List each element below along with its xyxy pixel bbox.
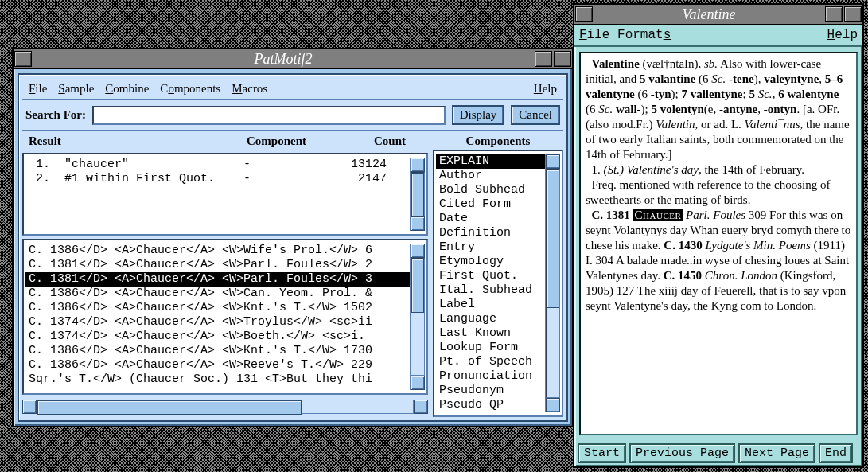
component-item[interactable]: Bold Subhead: [436, 183, 545, 197]
concordance-row[interactable]: C. 1386</D> <A>Chaucer</A> <W>Reeve's T.…: [25, 358, 410, 373]
component-item[interactable]: Etymology: [436, 255, 545, 269]
minimize-button[interactable]: [825, 6, 843, 22]
scroll-up-icon[interactable]: [546, 154, 560, 169]
scroll-thumb[interactable]: [37, 400, 302, 415]
maximize-button[interactable]: [554, 51, 571, 67]
scroll-down-icon[interactable]: [411, 376, 425, 390]
component-item[interactable]: Entry: [436, 240, 545, 255]
concordance-row[interactable]: C. 1381</D> <A>Chaucer</A> <W>Parl. Foul…: [25, 272, 410, 287]
scroll-down-icon[interactable]: [411, 216, 425, 231]
left-column: Result Component Count 1. "chaucer" - 13…: [22, 135, 428, 417]
patmotif-title: PatMotif2: [33, 51, 534, 68]
valentine-title: Valentine: [594, 6, 824, 23]
component-item[interactable]: Cited Form: [436, 197, 545, 212]
scroll-thumb[interactable]: [547, 170, 559, 308]
menu-components[interactable]: Components: [157, 82, 224, 96]
concordance-row[interactable]: C. 1374</D> <A>Chaucer</A> <W>Boeth.</W>…: [25, 330, 410, 344]
menu-combine[interactable]: Combine: [102, 82, 152, 96]
valentine-menubar: File Formats Help: [574, 25, 862, 47]
patmotif-menubar: File Sample Combine Components Macros He…: [22, 78, 563, 100]
window-menu-button[interactable]: [14, 51, 32, 67]
menu-help[interactable]: Help: [827, 28, 858, 42]
menu-file[interactable]: File: [25, 82, 50, 96]
quot-author-highlight: Chaucer: [633, 209, 683, 221]
scroll-up-icon[interactable]: [411, 244, 425, 258]
right-column: Components EXPLAINAuthorBold SubheadCite…: [433, 135, 563, 417]
menu-macros[interactable]: Macros: [228, 82, 271, 96]
concordance-row[interactable]: C. 1386</D> <A>Chaucer</A> <W>Knt.'s T.<…: [25, 301, 410, 315]
scroll-right-icon[interactable]: [414, 400, 428, 414]
part-of-speech: sb.: [704, 57, 718, 70]
next-page-button[interactable]: Next Page: [738, 443, 815, 463]
scroll-track[interactable]: [411, 172, 425, 216]
scroll-up-icon[interactable]: [411, 158, 425, 172]
patmotif-titlebar[interactable]: PatMotif2: [14, 49, 572, 69]
header-component: Component: [247, 135, 342, 148]
menu-help[interactable]: Help: [531, 82, 560, 96]
components-scrollbar[interactable]: [545, 154, 560, 412]
headword: Valentine: [592, 57, 640, 70]
valentine-titlebar[interactable]: Valentine: [574, 5, 862, 25]
component-item[interactable]: Pt. of Speech: [436, 355, 545, 369]
concordance-row[interactable]: C. 1386</D> <A>Chaucer</A> <W>Can. Yeom.…: [25, 287, 410, 301]
valentine-footer: Start Previous Page Next Page End: [574, 440, 862, 466]
previous-page-button[interactable]: Previous Page: [629, 443, 735, 463]
components-header: Components: [433, 135, 563, 150]
valentine-window: Valentine File Formats Help Valentine (v…: [573, 3, 864, 468]
scroll-thumb[interactable]: [411, 259, 424, 313]
component-item[interactable]: Language: [436, 312, 545, 326]
component-item[interactable]: Author: [436, 169, 545, 183]
component-item[interactable]: Last Known: [436, 326, 545, 341]
component-item[interactable]: Lookup Form: [436, 341, 545, 355]
component-item[interactable]: Pseudonym: [436, 384, 545, 398]
component-item[interactable]: Definition: [436, 226, 545, 240]
scroll-track[interactable]: [411, 258, 425, 376]
concordance-hscrollbar[interactable]: [22, 400, 428, 414]
cancel-button[interactable]: Cancel: [511, 105, 560, 125]
entry-content: Valentine (væl†ntaIn), sb. Also with low…: [579, 52, 858, 435]
component-item[interactable]: First Quot.: [436, 269, 545, 283]
component-item[interactable]: Ital. Subhead: [436, 283, 545, 298]
concordance-row[interactable]: C. 1386</D> <A>Chaucer</A> <W>Knt.'s T.<…: [25, 344, 410, 358]
menu-file-label: ile: [35, 82, 47, 95]
result-row[interactable]: 2. #1 within First Quot. - 2147: [25, 172, 410, 186]
concordance-scrollbar[interactable]: [410, 244, 425, 390]
component-item[interactable]: EXPLAIN: [436, 154, 545, 169]
concordance-row[interactable]: C. 1374</D> <A>Chaucer</A> <W>Troylus</W…: [25, 315, 410, 330]
quot-date: C. 1381: [592, 209, 630, 221]
header-count: Count: [342, 135, 425, 148]
component-item[interactable]: Pronunciation: [436, 369, 545, 384]
display-button[interactable]: Display: [452, 105, 505, 125]
component-item[interactable]: Pseudo QP: [436, 398, 545, 412]
search-input[interactable]: [92, 106, 446, 125]
component-item[interactable]: Label: [436, 298, 545, 312]
concordance-row[interactable]: C. 1386</D> <A>Chaucer</A> <W>Wife's Pro…: [25, 244, 410, 258]
concordance-list[interactable]: C. 1386</D> <A>Chaucer</A> <W>Wife's Pro…: [22, 239, 428, 395]
component-item[interactable]: Date: [436, 212, 545, 226]
results-header: Result Component Count: [22, 135, 428, 150]
window-menu-button[interactable]: [575, 6, 593, 22]
components-list[interactable]: EXPLAINAuthorBold SubheadCited FormDateD…: [433, 150, 563, 417]
minimize-button[interactable]: [535, 51, 552, 67]
search-label: Search For:: [25, 108, 86, 122]
frequency-note: Freq. mentioned with reference to the ch…: [586, 178, 830, 206]
pronunciation: (væl†ntaIn): [643, 57, 699, 70]
menu-formats[interactable]: Formats: [617, 28, 671, 42]
result-row[interactable]: 1. "chaucer" - 13124: [25, 158, 410, 172]
header-result: Result: [29, 135, 247, 148]
scroll-left-icon[interactable]: [22, 400, 37, 414]
menu-sample[interactable]: Sample: [55, 82, 97, 96]
end-button[interactable]: End: [819, 443, 853, 463]
results-scrollbar[interactable]: [410, 158, 425, 231]
menu-file[interactable]: File: [579, 28, 609, 42]
concordance-row[interactable]: C. 1381</D> <A>Chaucer</A> <W>Parl. Foul…: [25, 258, 410, 272]
start-button[interactable]: Start: [578, 443, 626, 463]
patmotif-window: PatMotif2 File Sample Combine Components…: [12, 48, 574, 427]
concordance-row[interactable]: Sqr.'s T.</W> (Chaucer Soc.) 131 <T>But …: [25, 373, 410, 387]
maximize-button[interactable]: [844, 6, 862, 22]
results-list[interactable]: 1. "chaucer" - 13124 2. #1 within First …: [22, 153, 428, 236]
search-row: Search For: Display Cancel: [22, 100, 563, 131]
scroll-thumb[interactable]: [411, 173, 424, 217]
scroll-down-icon[interactable]: [546, 398, 560, 412]
patmotif-panel: File Sample Combine Components Macros He…: [18, 73, 568, 422]
